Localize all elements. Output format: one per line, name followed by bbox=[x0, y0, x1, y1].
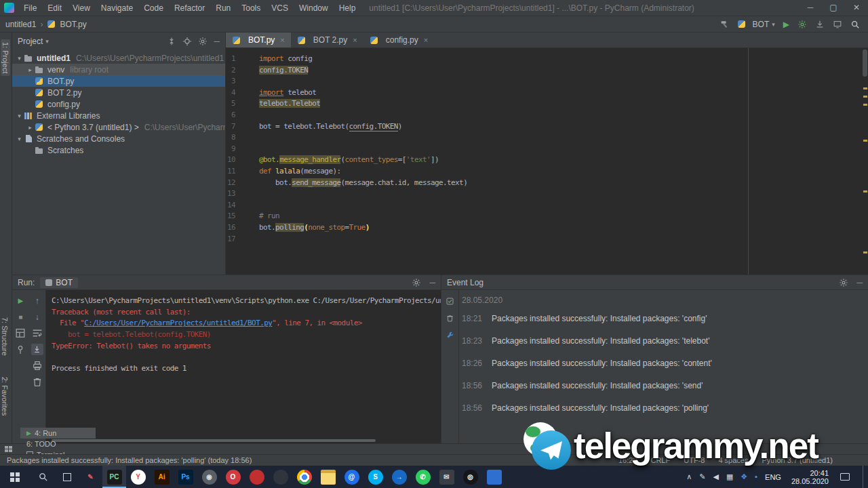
scroll-to-end-icon[interactable] bbox=[31, 344, 43, 355]
status-widget[interactable]: UTF-8 bbox=[684, 456, 705, 464]
breadcrumb-file[interactable]: BOT.py bbox=[60, 20, 86, 29]
illustrator-taskbar-button[interactable]: Ai bbox=[150, 466, 174, 488]
status-widget[interactable]: Python 3.7 (untitled1) bbox=[762, 456, 833, 464]
stylus-icon[interactable]: ✎ bbox=[699, 466, 705, 488]
close-button[interactable]: ✕ bbox=[845, 0, 868, 16]
warning-mark[interactable] bbox=[863, 190, 867, 192]
ink-app-taskbar-button[interactable]: ✎ bbox=[79, 466, 102, 488]
sync-app-icon[interactable]: ▪ bbox=[755, 466, 757, 488]
status-widget[interactable]: CRLF bbox=[650, 456, 670, 464]
close-icon[interactable]: × bbox=[280, 36, 284, 44]
search-icon[interactable] bbox=[850, 20, 860, 29]
menu-edit[interactable]: Edit bbox=[42, 3, 67, 13]
taskbar-clock[interactable]: 20:41 28.05.2020 bbox=[791, 469, 829, 485]
mail-envelope-taskbar-button[interactable]: ✉ bbox=[435, 466, 458, 488]
minimize-button[interactable]: ─ bbox=[799, 0, 822, 16]
stripe-favorites-button[interactable]: 2: Favorites bbox=[1, 377, 9, 415]
chevron-right-icon[interactable]: ▸ bbox=[26, 66, 35, 73]
warning-mark[interactable] bbox=[863, 87, 867, 89]
notification-center-icon[interactable] bbox=[840, 473, 850, 481]
tree-item[interactable]: BOT.py bbox=[12, 75, 225, 87]
chevron-down-icon[interactable]: ▾ bbox=[15, 113, 24, 119]
rerun-button[interactable]: ▶ bbox=[14, 295, 26, 306]
tab-config.py[interactable]: config.py× bbox=[363, 33, 434, 47]
tab-bot-2.py[interactable]: BOT 2.py× bbox=[291, 33, 363, 47]
opera-taskbar-button[interactable]: O bbox=[221, 466, 245, 488]
editor-code[interactable]: import configconfig.TOKENimport telebott… bbox=[237, 48, 868, 274]
settings-gear-icon[interactable] bbox=[412, 278, 421, 287]
yandex-browser-taskbar-button[interactable]: Y bbox=[126, 466, 150, 488]
console-output[interactable]: C:\Users\User\PycharmProjects\untitled1\… bbox=[46, 290, 441, 439]
status-widget[interactable]: 4 spaces bbox=[718, 456, 748, 464]
restore-layout-icon[interactable] bbox=[14, 327, 26, 339]
log-settings-wrench-icon[interactable] bbox=[446, 331, 454, 340]
task-view-button[interactable] bbox=[56, 466, 79, 488]
editor-body[interactable]: 1234567891011121314151617 import configc… bbox=[226, 48, 868, 274]
event-log-content[interactable]: 28.05.2020 18:21Packages installed succe… bbox=[459, 290, 868, 443]
down-stack-icon[interactable]: ↓ bbox=[31, 311, 43, 323]
stop-button[interactable]: ■ bbox=[14, 311, 26, 323]
warning-mark[interactable] bbox=[863, 140, 867, 142]
blue-app-taskbar-button[interactable] bbox=[482, 466, 506, 488]
menu-refactor[interactable]: Refactor bbox=[169, 3, 210, 13]
breadcrumb-project[interactable]: untitled1 bbox=[5, 20, 36, 29]
menu-code[interactable]: Code bbox=[138, 3, 169, 13]
tool-window-switcher-icon[interactable] bbox=[5, 446, 12, 452]
chrome-taskbar-button[interactable] bbox=[292, 466, 316, 488]
stripe-project-button[interactable]: 1: Project bbox=[1, 39, 10, 76]
pycharm-taskbar-button[interactable]: PC bbox=[102, 466, 126, 488]
language-indicator[interactable]: ENG bbox=[765, 473, 781, 481]
start-button[interactable] bbox=[0, 466, 30, 488]
skype-taskbar-button[interactable]: S bbox=[363, 466, 387, 488]
menu-run[interactable]: Run bbox=[210, 3, 236, 13]
tab-bot.py[interactable]: BOT.py× bbox=[226, 33, 291, 47]
tree-item[interactable]: ▾External Libraries bbox=[12, 110, 225, 121]
collapse-all-icon[interactable] bbox=[167, 37, 176, 46]
project-view-selector[interactable]: Project bbox=[18, 37, 43, 46]
warning-mark[interactable] bbox=[863, 251, 867, 253]
warning-mark[interactable] bbox=[863, 104, 867, 106]
tree-item[interactable]: ▾Scratches and Consoles bbox=[12, 133, 225, 144]
camera-app-taskbar-button[interactable]: ◉ bbox=[197, 466, 221, 488]
chevron-right-icon[interactable]: ▸ bbox=[26, 124, 35, 131]
photoshop-taskbar-button[interactable]: Ps bbox=[174, 466, 197, 488]
settings-gear-icon[interactable] bbox=[839, 278, 848, 287]
hide-panel-icon[interactable]: ─ bbox=[214, 37, 220, 46]
menu-navigate[interactable]: Navigate bbox=[96, 3, 138, 13]
pin-icon[interactable] bbox=[14, 344, 26, 355]
hidden-icons-chevron[interactable]: ∧ bbox=[686, 466, 692, 488]
horizontal-scrollbar[interactable] bbox=[52, 439, 376, 442]
red-app-taskbar-button[interactable] bbox=[245, 466, 269, 488]
coverage-icon[interactable] bbox=[797, 20, 807, 29]
mark-all-read-icon[interactable] bbox=[446, 297, 454, 306]
defender-shield-icon[interactable]: ❖ bbox=[741, 466, 747, 488]
clear-log-icon[interactable] bbox=[446, 314, 454, 323]
print-icon[interactable] bbox=[31, 360, 43, 371]
show-desktop-button[interactable] bbox=[863, 466, 865, 488]
screens-icon[interactable] bbox=[833, 20, 842, 29]
run-tab[interactable]: BOT bbox=[40, 277, 78, 288]
tree-item[interactable]: BOT 2.py bbox=[12, 87, 225, 98]
close-icon[interactable]: × bbox=[353, 36, 357, 44]
menu-window[interactable]: Window bbox=[294, 3, 334, 13]
dark-app-taskbar-button[interactable] bbox=[269, 466, 292, 488]
warning-mark[interactable] bbox=[863, 96, 867, 98]
toolwindow-button-6-todo[interactable]: 6: TODO bbox=[20, 439, 96, 449]
chevron-down-icon[interactable]: ▾ bbox=[15, 55, 24, 62]
scrollbar-thumb[interactable] bbox=[863, 49, 867, 77]
hammer-icon[interactable] bbox=[719, 20, 729, 29]
run-configuration-selector[interactable]: BOT ▾ bbox=[737, 20, 775, 29]
hide-panel-icon[interactable]: ─ bbox=[856, 278, 863, 287]
tree-item[interactable]: ▸< Python 3.7 (untitled1) >C:\Users\User… bbox=[12, 121, 225, 133]
calendar-tray-icon[interactable]: ▦ bbox=[726, 466, 733, 488]
chevron-down-icon[interactable]: ▾ bbox=[15, 136, 24, 142]
teamviewer-taskbar-button[interactable]: → bbox=[387, 466, 411, 488]
clear-console-icon[interactable] bbox=[31, 376, 43, 388]
error-stripe[interactable] bbox=[862, 48, 868, 274]
menu-vcs[interactable]: VCS bbox=[266, 3, 294, 13]
close-icon[interactable]: × bbox=[424, 36, 428, 44]
obs-taskbar-button[interactable]: ◎ bbox=[458, 466, 482, 488]
settings-gear-icon[interactable] bbox=[198, 37, 208, 46]
run-button[interactable]: ▶ bbox=[783, 20, 789, 29]
file-link[interactable]: C:/Users/User/PycharmProjects/untitled1/… bbox=[84, 319, 272, 327]
